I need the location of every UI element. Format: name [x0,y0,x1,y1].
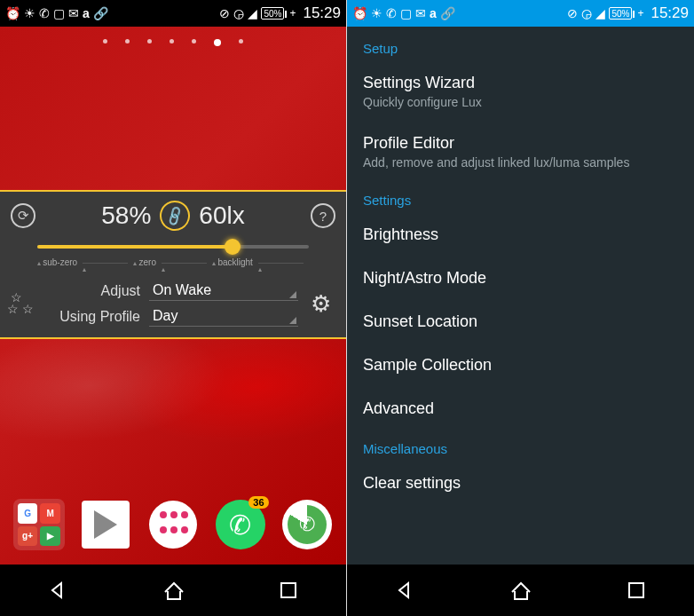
clock: 15:29 [303,4,341,22]
section-header-settings: Settings [347,182,694,213]
home-wallpaper[interactable]: ⟳ 58% 🔗 60lx ? sub-zero zero backlight [0,27,346,565]
setting-sample-collection[interactable]: Sample Collection [347,344,694,387]
google-folder[interactable]: G M g+ ▶ [12,498,66,551]
clock: 15:29 [651,4,689,22]
nav-bar [347,565,694,616]
settings-list[interactable]: Setup Settings Wizard Quickly configure … [347,27,694,565]
app-drawer-button[interactable] [146,498,200,551]
brightness-icon: ☀ [371,7,382,20]
amazon-icon: a [430,7,437,20]
dock: G M g+ ▶ ✆ 36 ✆ [0,485,346,565]
wifi-icon: ◶ [581,7,592,20]
profile-label: Using Profile [43,309,140,325]
link-icon: 🔗 [440,7,455,20]
alarm-icon: ⏰ [352,7,367,20]
brightness-icon: ☀ [24,7,35,20]
slider-tick-labels: sub-zero zero backlight [37,257,309,273]
gear-icon[interactable]: ⚙ [305,288,335,319]
setting-advanced[interactable]: Advanced [347,387,694,430]
setting-sunset-location[interactable]: Sunset Location [347,300,694,344]
phone-left-home: ⏰ ☀ ✆ ▢ ✉ a 🔗 ⊘ ◶ ◢ 50% + 15:29 [0,0,347,616]
lux-widget: ⟳ 58% 🔗 60lx ? sub-zero zero backlight [0,190,346,339]
battery-pct: 50% [264,9,281,19]
adjust-label: Adjust [43,283,140,299]
phone-right-settings: ⏰ ☀ ✆ ▢ ✉ a 🔗 ⊘ ◶ ◢ 50% + 15:29 Setup Se… [347,0,694,616]
battery-indicator: 50% [609,7,632,20]
adjust-dropdown[interactable]: On Wake [149,280,298,301]
profile-dropdown[interactable]: Day [149,306,298,327]
brightness-slider[interactable] [37,238,309,256]
wifi-icon: ◶ [233,7,244,20]
page-indicator[interactable] [0,39,346,46]
dialer-icon[interactable]: ✆ [280,498,334,551]
amazon-icon: a [83,7,90,20]
screenshot-icon: ▢ [400,7,412,20]
stars-icon[interactable]: ☆☆ ☆ [11,292,35,314]
battery-charging-icon: + [637,7,643,20]
mail-icon: ✉ [68,7,79,20]
status-bar: ⏰ ☀ ✆ ▢ ✉ a 🔗 ⊘ ◶ ◢ 50% + 15:29 [347,0,694,27]
section-header-misc: Miscellaneous [347,430,694,462]
section-header-setup: Setup [347,30,694,61]
battery-charging-icon: + [289,7,296,20]
nav-bar [0,565,346,616]
link-icon: 🔗 [93,7,108,20]
no-sim-icon: ⊘ [567,7,578,20]
nav-back-button[interactable] [393,579,416,602]
status-bar: ⏰ ☀ ✆ ▢ ✉ a 🔗 ⊘ ◶ ◢ 50% + 15:29 [0,0,346,27]
setting-brightness[interactable]: Brightness [347,213,694,257]
signal-icon: ◢ [248,7,257,20]
no-sim-icon: ⊘ [219,7,230,20]
setting-clear-settings[interactable]: Clear settings [347,462,694,505]
alarm-icon: ⏰ [5,7,20,20]
nav-home-button[interactable] [162,579,185,602]
refresh-icon[interactable]: ⟳ [11,203,35,228]
whatsapp-notif-icon: ✆ [386,7,397,20]
svg-rect-1 [629,583,643,597]
help-icon[interactable]: ? [311,203,335,228]
battery-pct: 50% [611,9,629,19]
setting-profile-editor[interactable]: Profile Editor Add, remove and adjust li… [347,122,694,182]
nav-home-button[interactable] [509,579,532,602]
mail-icon: ✉ [415,7,426,20]
setting-settings-wizard[interactable]: Settings Wizard Quickly configure Lux [347,61,694,122]
nav-back-button[interactable] [46,579,69,602]
lux-value: 60lx [199,201,244,230]
screenshot-icon: ▢ [53,7,65,20]
play-store-icon[interactable] [79,498,132,551]
link-toggle-icon[interactable]: 🔗 [154,195,195,236]
battery-indicator: 50% [261,7,284,20]
slider-thumb[interactable] [225,239,241,255]
whatsapp-badge: 36 [248,496,268,509]
whatsapp-icon[interactable]: ✆ 36 [214,498,267,551]
svg-rect-0 [281,583,296,597]
brightness-percent: 58% [101,201,151,230]
whatsapp-notif-icon: ✆ [39,7,50,20]
setting-night-astro[interactable]: Night/Astro Mode [347,257,694,300]
nav-recent-button[interactable] [625,579,648,602]
nav-recent-button[interactable] [277,579,300,602]
signal-icon: ◢ [595,7,605,20]
